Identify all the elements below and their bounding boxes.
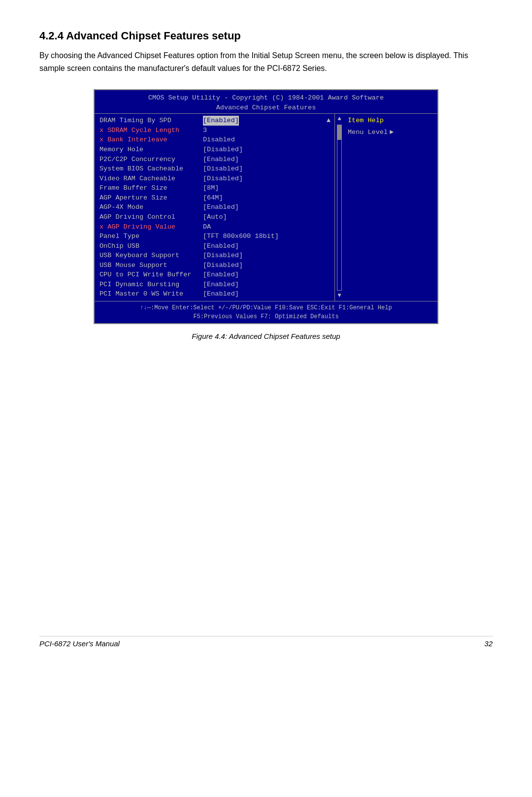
bios-menu-row: CPU to PCI Write Buffer[Enabled] [100,270,331,280]
footer-left: PCI-6872 User's Manual [39,639,120,648]
bios-row-label: P2C/C2P Concurrency [100,155,203,165]
bios-row-label: USB Mouse Support [100,261,203,270]
bios-footer-line1: ↑↓↔:Move Enter:Select +/-/PU/PD:Value F1… [99,303,433,312]
bios-right-panel: Item Help Menu Level ► [344,114,437,301]
bios-scrollbar: ▲ ▼ [335,114,344,301]
bios-row-value: [Disabled] [203,164,243,174]
menu-level-row: Menu Level ► [348,128,433,137]
bios-row-value: [Disabled] [203,174,243,184]
bios-row-label: USB Keyboard Support [100,251,203,261]
bios-row-label: AGP Aperture Size [100,193,203,203]
bios-row-label: AGP Driving Control [100,212,203,222]
bios-title2: Advanced Chipset Features [97,103,435,113]
intro-paragraph: By choosing the Advanced Chipset Feature… [39,49,493,74]
bios-title1: CMOS Setup Utility - Copyright (C) 1984-… [97,93,435,103]
bios-row-value: [Enabled] [203,155,239,165]
bios-row-value: [Enabled] [203,289,239,299]
bios-row-value: [Auto] [203,212,227,222]
bios-row-value: [Enabled] [203,202,239,212]
bios-screen: CMOS Setup Utility - Copyright (C) 1984-… [94,89,438,324]
bios-row-label: Memory Hole [100,145,203,155]
bios-left-panel: DRAM Timing By SPD[Enabled] ▲x SDRAM Cyc… [95,114,335,301]
figure-caption: Figure 4.4: Advanced Chipset Features se… [39,332,493,340]
bios-row-value: [TFT 800x600 18bit] [203,232,279,241]
bios-row-label: x Bank Interleave [100,135,203,145]
bios-menu-row: Frame Buffer Size[8M] [100,183,331,193]
scroll-indicator-up: ▲ [327,116,331,126]
bios-menu-row: PCI Dynamic Bursting[Enabled] [100,280,331,290]
bios-menu-row: P2C/C2P Concurrency[Enabled] [100,155,331,165]
bios-row-label: Frame Buffer Size [100,183,203,193]
section-title: 4.2.4 Advanced Chipset Features setup [39,30,493,42]
bios-menu-row: DRAM Timing By SPD[Enabled] ▲ [100,116,331,126]
bios-menu-row: x SDRAM Cycle Length3 [100,126,331,135]
bios-menu-row: AGP Aperture Size[64M] [100,193,331,203]
bios-row-label: CPU to PCI Write Buffer [100,270,203,280]
bios-row-value: [Disabled] [203,145,243,155]
bios-row-label: x SDRAM Cycle Length [100,126,203,135]
bios-row-value: DA [203,222,211,232]
bios-row-value: 3 [203,126,207,135]
bios-menu-row: USB Mouse Support[Disabled] [100,261,331,270]
bios-row-label: PCI Dynamic Bursting [100,280,203,290]
bios-row-label: Video RAM Cacheable [100,174,203,184]
bios-row-value: [64M] [203,193,223,203]
bios-footer: ↑↓↔:Move Enter:Select +/-/PU/PD:Value F1… [95,301,437,323]
bios-menu-row: OnChip USB[Enabled] [100,241,331,251]
bios-row-label: System BIOS Cacheable [100,164,203,174]
bios-menu-content: DRAM Timing By SPD[Enabled] ▲x SDRAM Cyc… [95,114,437,301]
bios-menu-row: Panel Type[TFT 800x600 18bit] [100,232,331,241]
bios-body: DRAM Timing By SPD[Enabled] ▲x SDRAM Cyc… [95,114,437,301]
menu-level-arrow-icon: ► [390,128,394,137]
scroll-up-arrow: ▲ [337,115,341,123]
bios-row-value: [Disabled] [203,261,243,270]
bios-title-bar: CMOS Setup Utility - Copyright (C) 1984-… [95,90,437,114]
bios-menu-row: x Bank InterleaveDisabled [100,135,331,145]
bios-row-label: AGP-4X Mode [100,202,203,212]
bios-menu-row: Video RAM Cacheable[Disabled] [100,174,331,184]
bios-menu-row: AGP-4X Mode[Enabled] [100,202,331,212]
menu-level-label: Menu Level [348,128,388,137]
bios-row-value: [Enabled] [203,270,239,280]
scroll-track [337,125,342,291]
scroll-down-arrow: ▼ [337,292,341,300]
bios-row-value: [Disabled] [203,251,243,261]
bios-row-label: DRAM Timing By SPD [100,116,203,126]
bios-menu-row: USB Keyboard Support[Disabled] [100,251,331,261]
bios-menu-row: AGP Driving Control[Auto] [100,212,331,222]
bios-row-label: x AGP Driving Value [100,222,203,232]
bios-menu-row: x AGP Driving ValueDA [100,222,331,232]
bios-row-label: OnChip USB [100,241,203,251]
bios-row-label: PCI Master 0 WS Write [100,289,203,299]
scroll-thumb [337,125,341,140]
bios-menu-row: Memory Hole[Disabled] [100,145,331,155]
bios-row-value: Disabled [203,135,235,145]
bios-footer-line2: F5:Previous Values F7: Optimized Default… [99,312,433,321]
bios-row-value: [Enabled] [203,280,239,290]
bios-menu-row: System BIOS Cacheable[Disabled] [100,164,331,174]
bios-row-value: [Enabled] [203,116,239,126]
bios-row-label: Panel Type [100,232,203,241]
item-help-title: Item Help [348,116,433,126]
bios-menu-row: PCI Master 0 WS Write[Enabled] [100,289,331,299]
bios-row-value: [8M] [203,183,219,193]
footer-right: 32 [484,639,493,648]
bios-row-value: [Enabled] [203,241,239,251]
page-footer: PCI-6872 User's Manual 32 [39,636,493,648]
